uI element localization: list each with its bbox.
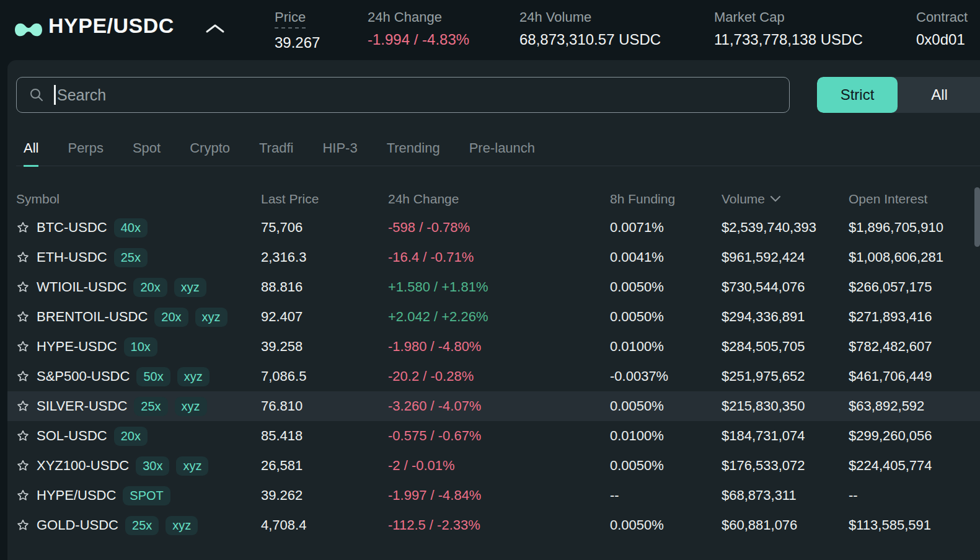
strict-button[interactable]: Strict bbox=[817, 77, 898, 113]
favorite-star-icon[interactable] bbox=[16, 370, 30, 383]
stat-market-cap-value: 11,733,778,138 USDC bbox=[714, 31, 863, 48]
chevron-up-icon[interactable] bbox=[205, 22, 226, 37]
table-row[interactable]: BTC-USDC40x75,706-598 / -0.78%0.0071%$2,… bbox=[7, 213, 980, 242]
funding-cell: 0.0071% bbox=[610, 220, 722, 236]
column-header-8h-funding[interactable]: 8h Funding bbox=[610, 192, 722, 207]
change-cell: -3.260 / -4.07% bbox=[388, 398, 610, 414]
volume-cell: $215,830,350 bbox=[722, 398, 849, 414]
tab-trending[interactable]: Trending bbox=[387, 140, 440, 166]
change-cell: -598 / -0.78% bbox=[388, 220, 610, 236]
favorite-star-icon[interactable] bbox=[16, 489, 30, 502]
change-cell: -16.4 / -0.71% bbox=[388, 249, 610, 265]
column-header-open-interest[interactable]: Open Interest bbox=[849, 192, 980, 207]
stat-24h-change: 24h Change -1.994 / -4.83% bbox=[368, 9, 469, 48]
table-row[interactable]: XYZ100-USDC30xxyz26,581-2 / -0.01%0.0050… bbox=[7, 451, 980, 481]
table-row[interactable]: BRENTOIL-USDC20xxyz92.407+2.042 / +2.26%… bbox=[7, 302, 980, 332]
volume-cell: $961,592,424 bbox=[722, 249, 849, 265]
symbol-name: ETH-USDC bbox=[37, 249, 107, 265]
stat-price-value: 39.267 bbox=[275, 34, 320, 51]
stat-24h-volume-value: 68,873,310.57 USDC bbox=[519, 31, 661, 48]
table-row[interactable]: HYPE/USDCSPOT39.262-1.997 / -4.84%--$68,… bbox=[7, 481, 980, 510]
tab-all[interactable]: All bbox=[24, 140, 38, 167]
favorite-star-icon[interactable] bbox=[16, 340, 30, 353]
table-row[interactable]: ETH-USDC25x2,316.3-16.4 / -0.71%0.0041%$… bbox=[7, 242, 980, 272]
last-price-cell: 76.810 bbox=[261, 398, 388, 414]
volume-cell: $184,731,074 bbox=[722, 428, 849, 444]
tab-pre-launch[interactable]: Pre-launch bbox=[469, 140, 535, 166]
symbol-name: SOL-USDC bbox=[37, 428, 107, 444]
badge: 30x bbox=[136, 456, 169, 476]
funding-cell: 0.0050% bbox=[610, 279, 722, 295]
tab-tradfi[interactable]: Tradfi bbox=[259, 140, 293, 166]
search-box[interactable] bbox=[16, 77, 790, 113]
column-header-24h-change[interactable]: 24h Change bbox=[388, 192, 610, 207]
scrollbar-thumb[interactable] bbox=[974, 187, 980, 247]
symbol-cell: BTC-USDC40x bbox=[16, 218, 261, 238]
funding-cell: 0.0050% bbox=[610, 517, 722, 533]
badge: 25x bbox=[114, 248, 148, 267]
table-row[interactable]: GOLD-USDC25xxyz4,708.4-112.5 / -2.33%0.0… bbox=[7, 510, 980, 540]
badge: 25x bbox=[125, 516, 159, 535]
tab-crypto[interactable]: Crypto bbox=[190, 140, 230, 166]
table-row[interactable]: HYPE-USDC10x39.258-1.980 / -4.80%0.0100%… bbox=[7, 332, 980, 362]
symbol-cell: HYPE/USDCSPOT bbox=[16, 486, 261, 505]
volume-cell: $176,533,072 bbox=[722, 458, 849, 474]
favorite-star-icon[interactable] bbox=[16, 280, 30, 294]
badge: 20x bbox=[154, 308, 188, 327]
funding-cell: 0.0041% bbox=[610, 249, 722, 265]
symbol-cell: S&P500-USDC50xxyz bbox=[16, 367, 261, 386]
badge: xyz bbox=[195, 308, 227, 327]
all-button[interactable]: All bbox=[898, 77, 980, 113]
table-row[interactable]: SILVER-USDC25xxyz76.810-3.260 / -4.07%0.… bbox=[7, 391, 980, 421]
tab-spot[interactable]: Spot bbox=[133, 140, 161, 166]
table-row[interactable]: WTIOIL-USDC20xxyz88.816+1.580 / +1.81%0.… bbox=[7, 272, 980, 302]
badge: xyz bbox=[175, 397, 207, 416]
favorite-star-icon[interactable] bbox=[16, 310, 30, 324]
volume-cell: $2,539,740,393 bbox=[722, 220, 849, 236]
last-price-cell: 26,581 bbox=[261, 458, 388, 474]
open-interest-cell: -- bbox=[849, 487, 980, 504]
open-interest-cell: $782,482,607 bbox=[849, 339, 980, 355]
column-header-symbol[interactable]: Symbol bbox=[16, 192, 261, 207]
stat-24h-change-label: 24h Change bbox=[368, 9, 442, 25]
badge: 25x bbox=[134, 397, 167, 416]
badge: 50x bbox=[136, 367, 170, 386]
funding-cell: -- bbox=[610, 487, 722, 504]
favorite-star-icon[interactable] bbox=[16, 459, 30, 473]
symbol-name: SILVER-USDC bbox=[37, 398, 127, 414]
favorite-star-icon[interactable] bbox=[16, 429, 30, 443]
open-interest-cell: $266,057,175 bbox=[849, 279, 980, 295]
search-input[interactable] bbox=[57, 86, 789, 104]
hyperliquid-logo-icon bbox=[14, 18, 43, 44]
volume-cell: $730,544,076 bbox=[722, 279, 849, 295]
symbol-name: HYPE-USDC bbox=[37, 339, 117, 355]
badge: xyz bbox=[177, 367, 210, 386]
favorite-star-icon[interactable] bbox=[16, 518, 30, 532]
column-header-last-price[interactable]: Last Price bbox=[261, 192, 388, 207]
table-row[interactable]: S&P500-USDC50xxyz7,086.5-20.2 / -0.28%-0… bbox=[7, 362, 980, 391]
column-header-volume-label: Volume bbox=[722, 192, 765, 207]
favorite-star-icon[interactable] bbox=[16, 399, 30, 413]
symbol-name: HYPE/USDC bbox=[37, 487, 116, 504]
funding-cell: 0.0100% bbox=[610, 339, 722, 355]
last-price-cell: 75,706 bbox=[261, 220, 388, 236]
pair-title[interactable]: HYPE/USDC bbox=[48, 14, 174, 38]
volume-cell: $294,336,891 bbox=[722, 309, 849, 325]
table-header: Symbol Last Price 24h Change 8h Funding … bbox=[7, 186, 980, 212]
stat-contract-label: Contract bbox=[916, 9, 968, 25]
tab-perps[interactable]: Perps bbox=[68, 140, 103, 166]
open-interest-cell: $271,893,416 bbox=[849, 309, 980, 325]
table-row[interactable]: SOL-USDC20x85.418-0.575 / -0.67%0.0100%$… bbox=[7, 421, 980, 451]
favorite-star-icon[interactable] bbox=[16, 251, 30, 264]
favorite-star-icon[interactable] bbox=[16, 221, 30, 234]
badge: SPOT bbox=[123, 486, 170, 505]
tab-hip-3[interactable]: HIP-3 bbox=[322, 140, 357, 166]
stat-price: Price 39.267 bbox=[275, 9, 320, 51]
market-selector-panel: Strict All AllPerpsSpotCryptoTradfiHIP-3… bbox=[7, 60, 980, 560]
volume-cell: $68,873,311 bbox=[722, 487, 849, 504]
symbol-name: S&P500-USDC bbox=[37, 368, 130, 384]
symbol-cell: BRENTOIL-USDC20xxyz bbox=[16, 308, 261, 327]
column-header-volume[interactable]: Volume bbox=[722, 192, 849, 207]
open-interest-cell: $1,008,606,281 bbox=[849, 249, 980, 265]
symbol-name: WTIOIL-USDC bbox=[37, 279, 126, 295]
